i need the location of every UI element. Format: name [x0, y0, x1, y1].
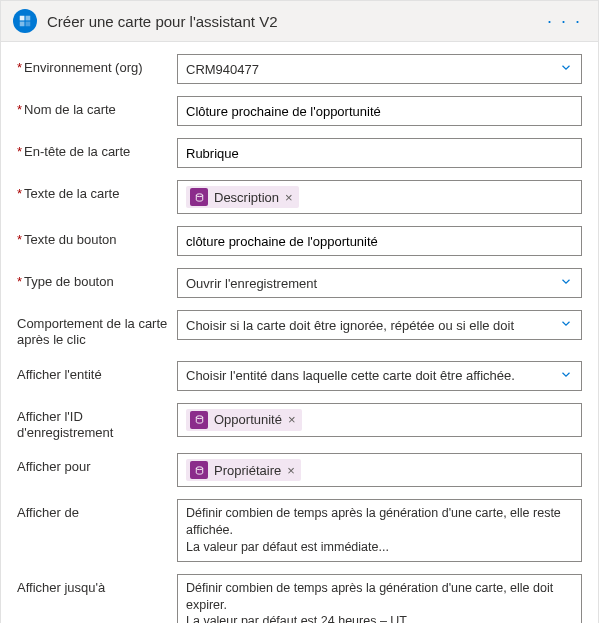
- label-display-for: Afficher pour: [17, 453, 177, 475]
- token-description: Description ×: [186, 186, 299, 208]
- button-text-input[interactable]: [186, 234, 573, 249]
- svg-rect-3: [26, 22, 31, 27]
- label-env: *Environnement (org): [17, 54, 177, 76]
- svg-point-4: [196, 193, 202, 196]
- button-type-value: Ouvrir l'enregistrement: [186, 276, 317, 291]
- row-button-text: *Texte du bouton: [17, 226, 582, 256]
- display-entity-select[interactable]: Choisir l'entité dans laquelle cette car…: [177, 361, 582, 391]
- row-display-for: Afficher pour Propriétaire ×: [17, 453, 582, 487]
- row-display-from: Afficher de Définir combien de temps apr…: [17, 499, 582, 562]
- token-opportunity: Opportunité ×: [186, 409, 302, 431]
- after-click-placeholder: Choisir si la carte doit être ignorée, r…: [186, 318, 514, 333]
- button-type-select[interactable]: Ouvrir l'enregistrement: [177, 268, 582, 298]
- display-until-line1: Définir combien de temps après la généra…: [186, 580, 573, 614]
- label-card-text: *Texte de la carte: [17, 180, 177, 202]
- row-after-click: Comportement de la carte après le clic C…: [17, 310, 582, 349]
- button-text-input-wrap: [177, 226, 582, 256]
- svg-rect-2: [20, 22, 25, 27]
- chevron-down-icon: [559, 61, 573, 78]
- svg-rect-0: [20, 16, 25, 21]
- label-display-until: Afficher jusqu'à: [17, 574, 177, 596]
- label-button-text: *Texte du bouton: [17, 226, 177, 248]
- display-from-line1: Définir combien de temps après la généra…: [186, 505, 573, 539]
- token-label: Opportunité: [214, 412, 282, 427]
- token-owner: Propriétaire ×: [186, 459, 301, 481]
- token-label: Description: [214, 190, 279, 205]
- row-card-text: *Texte de la carte Description ×: [17, 180, 582, 214]
- card-name-input[interactable]: [186, 104, 573, 119]
- row-display-record-id: Afficher l'ID d'enregistrement Opportuni…: [17, 403, 582, 442]
- row-display-entity: Afficher l'entité Choisir l'entité dans …: [17, 361, 582, 391]
- chevron-down-icon: [559, 317, 573, 334]
- label-display-from: Afficher de: [17, 499, 177, 521]
- display-from-field[interactable]: Définir combien de temps après la généra…: [177, 499, 582, 562]
- label-button-type: *Type de bouton: [17, 268, 177, 290]
- row-button-type: *Type de bouton Ouvrir l'enregistrement: [17, 268, 582, 298]
- chevron-down-icon: [559, 367, 573, 384]
- label-display-entity: Afficher l'entité: [17, 361, 177, 383]
- label-after-click: Comportement de la carte après le clic: [17, 310, 177, 349]
- display-record-id-field[interactable]: Opportunité ×: [177, 403, 582, 437]
- svg-point-5: [196, 416, 202, 419]
- row-card-header: *En-tête de la carte: [17, 138, 582, 168]
- dynamics-icon: [190, 461, 208, 479]
- card-header-input-wrap: [177, 138, 582, 168]
- more-menu-icon[interactable]: · · ·: [543, 11, 586, 32]
- dynamics-icon: [190, 411, 208, 429]
- after-click-select[interactable]: Choisir si la carte doit être ignorée, r…: [177, 310, 582, 340]
- display-for-field[interactable]: Propriétaire ×: [177, 453, 582, 487]
- card-text-field[interactable]: Description ×: [177, 180, 582, 214]
- token-label: Propriétaire: [214, 463, 281, 478]
- chevron-down-icon: [559, 275, 573, 292]
- display-until-field[interactable]: Définir combien de temps après la généra…: [177, 574, 582, 623]
- app-icon: [13, 9, 37, 33]
- svg-point-6: [196, 466, 202, 469]
- label-card-header: *En-tête de la carte: [17, 138, 177, 160]
- row-card-name: *Nom de la carte: [17, 96, 582, 126]
- label-card-name: *Nom de la carte: [17, 96, 177, 118]
- svg-rect-1: [26, 16, 31, 21]
- row-env: *Environnement (org) CRM940477: [17, 54, 582, 84]
- display-from-line2: La valeur par défaut est immédiate...: [186, 539, 573, 556]
- card-header-input[interactable]: [186, 146, 573, 161]
- dynamics-icon: [190, 188, 208, 206]
- env-value: CRM940477: [186, 62, 259, 77]
- token-remove-icon[interactable]: ×: [285, 190, 293, 205]
- assistant-card-panel: Créer une carte pour l'assistant V2 · · …: [0, 0, 599, 623]
- env-select[interactable]: CRM940477: [177, 54, 582, 84]
- display-entity-placeholder: Choisir l'entité dans laquelle cette car…: [186, 368, 515, 383]
- card-name-input-wrap: [177, 96, 582, 126]
- token-remove-icon[interactable]: ×: [287, 463, 295, 478]
- row-display-until: Afficher jusqu'à Définir combien de temp…: [17, 574, 582, 623]
- display-until-line2: La valeur par défaut est 24 heures – UT.…: [186, 613, 573, 623]
- panel-body: *Environnement (org) CRM940477 *Nom de l…: [1, 42, 598, 623]
- panel-header: Créer une carte pour l'assistant V2 · · …: [1, 1, 598, 42]
- label-display-record-id: Afficher l'ID d'enregistrement: [17, 403, 177, 442]
- token-remove-icon[interactable]: ×: [288, 412, 296, 427]
- panel-title: Créer une carte pour l'assistant V2: [47, 13, 543, 30]
